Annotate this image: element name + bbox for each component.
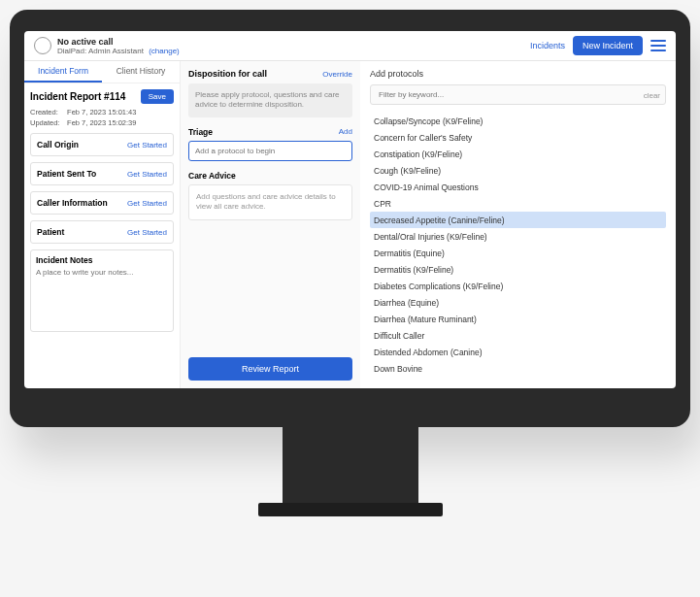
protocol-item[interactable]: Collapse/Syncope (K9/Feline) [370,113,666,129]
protocol-filter-input[interactable] [370,84,666,105]
created-row: Created: Feb 7, 2023 15:01:43 [30,108,174,116]
created-value: Feb 7, 2023 15:01:43 [67,108,136,116]
protocol-item[interactable]: Diarrhea (Mature Ruminant) [370,311,666,327]
protocol-item[interactable]: Cough (K9/Feline) [370,162,666,179]
save-button[interactable]: Save [141,89,174,104]
updated-value: Feb 7, 2023 15:02:39 [67,118,136,127]
updated-label: Updated: [30,118,65,127]
report-title: Incident Report #114 [30,91,125,102]
tab-incident-form[interactable]: Incident Form [24,61,102,83]
notes-textarea[interactable] [36,268,168,324]
protocol-item[interactable]: Concern for Caller's Safety [370,129,666,146]
protocol-list[interactable]: Collapse/Syncope (K9/Feline)Concern for … [370,113,666,381]
protocol-item[interactable]: Dental/Oral Injuries (K9/Feline) [370,228,666,245]
change-link[interactable]: (change) [149,47,180,55]
disposition-title: Disposition for call [188,69,267,79]
care-title: Care Advice [188,171,236,181]
protocol-item[interactable]: Down Bovine [370,360,666,377]
top-bar: No active call DialPad: Admin Assistant … [24,31,676,61]
section-label: Patient [37,227,64,237]
override-link[interactable]: Override [322,70,352,79]
monitor-stand-neck [283,422,418,510]
get-started-link[interactable]: Get Started [127,170,167,179]
protocol-item[interactable]: Distended Abdomen (Canine) [370,344,666,360]
get-started-link[interactable]: Get Started [127,228,167,237]
new-incident-button[interactable]: New Incident [573,36,643,55]
protocol-item[interactable]: Constipation (K9/Feline) [370,146,666,162]
incident-notes-card: Incident Notes [30,249,174,332]
protocol-item[interactable]: Dermatitis (K9/Feline) [370,261,666,278]
care-placeholder: Add questions and care advice details to… [188,184,352,220]
triage-input[interactable] [188,141,352,161]
clear-filter-button[interactable]: clear [644,90,660,99]
triage-add-link[interactable]: Add [339,127,352,136]
section-label: Call Origin [37,140,79,149]
section-label: Caller Information [37,198,108,208]
protocol-item[interactable]: Decreased Appetite (Canine/Feline) [370,212,666,228]
section-card[interactable]: PatientGet Started [30,220,174,244]
call-status-title: No active call [57,37,530,47]
section-card[interactable]: Call OriginGet Started [30,133,174,156]
monitor-stand-base [258,503,443,516]
created-label: Created: [30,108,65,116]
protocol-item[interactable]: Diarrhea (Equine) [370,294,666,311]
section-card[interactable]: Caller InformationGet Started [30,191,174,215]
tabs: Incident Form Client History [24,61,180,83]
right-column: Add protocols clear Collapse/Syncope (K9… [360,61,676,388]
section-card[interactable]: Patient Sent ToGet Started [30,162,174,185]
notes-label: Incident Notes [36,255,168,265]
call-status-block: No active call DialPad: Admin Assistant … [57,37,530,55]
avatar [34,37,51,54]
get-started-link[interactable]: Get Started [127,199,167,208]
protocol-item[interactable]: Diabetes Complications (K9/Feline) [370,278,666,294]
get-started-link[interactable]: Get Started [127,141,167,149]
section-label: Patient Sent To [37,169,96,179]
protocols-title: Add protocols [370,69,666,79]
tab-client-history[interactable]: Client History [102,61,180,83]
review-report-button[interactable]: Review Report [188,357,352,381]
protocol-item[interactable]: COVID-19 Animal Questions [370,179,666,195]
menu-icon[interactable] [650,40,666,51]
protocol-item[interactable]: Dermatitis (Equine) [370,245,666,261]
call-status-sub: DialPad: Admin Assistant (change) [57,47,530,55]
updated-row: Updated: Feb 7, 2023 15:02:39 [30,118,174,127]
triage-title: Triage [188,127,213,137]
protocol-item[interactable]: Dyspnea (Canine/Feline) [370,377,666,381]
incidents-link[interactable]: Incidents [530,41,565,50]
middle-column: Disposition for call Override Please app… [181,61,360,388]
left-column: Incident Form Client History Incident Re… [24,61,181,388]
disposition-placeholder: Please apply protocol, questions and car… [188,83,352,117]
protocol-item[interactable]: Difficult Caller [370,327,666,344]
protocol-item[interactable]: CPR [370,195,666,212]
dialpad-label: DialPad: Admin Assistant [57,47,144,55]
